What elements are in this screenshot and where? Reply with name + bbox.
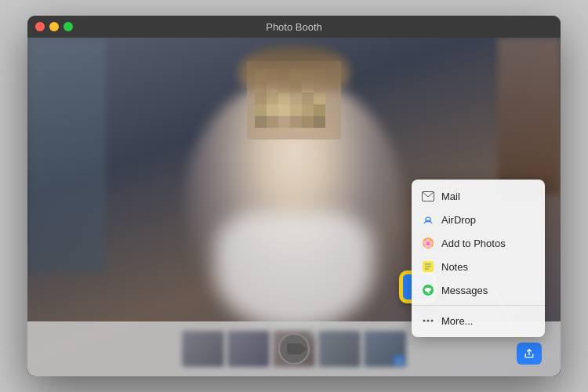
person-shirt	[216, 212, 372, 329]
svg-rect-22	[290, 104, 302, 116]
svg-rect-21	[278, 104, 290, 116]
notes-label: Notes	[441, 261, 468, 273]
share-menu-item-messages[interactable]: Messages	[412, 278, 545, 302]
svg-rect-24	[314, 104, 325, 116]
svg-rect-17	[302, 93, 314, 104]
bg-shelves-decor	[498, 38, 561, 194]
film-thumb-2[interactable]	[227, 331, 270, 367]
share-menu-item-mail[interactable]: Mail	[412, 184, 545, 208]
svg-rect-27	[278, 116, 290, 128]
mail-label: Mail	[441, 191, 460, 202]
svg-rect-15	[278, 93, 290, 104]
menu-divider	[412, 305, 545, 306]
film-thumb-4[interactable]	[318, 331, 361, 367]
photo-booth-window: Photo Booth	[27, 16, 561, 376]
svg-point-43	[427, 320, 430, 322]
more-icon	[421, 314, 435, 328]
record-button[interactable]	[278, 333, 310, 365]
share-menu-item-airdrop[interactable]: AirDrop	[412, 208, 545, 231]
svg-rect-29	[302, 116, 314, 128]
titlebar: Photo Booth	[27, 16, 561, 38]
svg-rect-13	[255, 93, 267, 104]
mail-icon	[421, 189, 435, 203]
video-record-icon	[287, 343, 301, 354]
film-thumb-1[interactable]	[182, 331, 224, 367]
svg-point-42	[423, 320, 426, 322]
svg-rect-18	[314, 93, 325, 104]
share-menu-item-notes[interactable]: Notes	[412, 255, 545, 278]
svg-point-44	[431, 320, 434, 322]
share-button-small[interactable]	[517, 343, 542, 365]
add-to-photos-label: Add to Photos	[441, 238, 506, 249]
thumb-share-badge	[394, 356, 405, 365]
maximize-button[interactable]	[64, 22, 73, 31]
svg-rect-26	[267, 116, 278, 128]
window-title: Photo Booth	[266, 21, 322, 33]
hair-blur	[239, 45, 349, 93]
airdrop-icon	[421, 212, 435, 227]
share-menu-item-more[interactable]: More...	[412, 309, 545, 332]
svg-rect-30	[314, 116, 325, 128]
close-button[interactable]	[35, 22, 45, 31]
airdrop-label: AirDrop	[441, 214, 476, 226]
delete-thumb-button[interactable]: ×	[307, 331, 315, 339]
svg-rect-28	[290, 116, 302, 128]
messages-label: Messages	[441, 285, 488, 296]
film-thumb-last[interactable]	[364, 331, 406, 367]
svg-rect-14	[267, 93, 278, 104]
share-menu: Mail AirDrop 🌸	[412, 180, 545, 337]
svg-rect-25	[255, 116, 267, 128]
svg-rect-19	[255, 104, 267, 116]
notes-icon	[421, 260, 435, 274]
share-icon-small	[524, 348, 535, 359]
share-menu-item-add-photos[interactable]: 🌸 Add to Photos	[412, 231, 545, 255]
minimize-button[interactable]	[49, 22, 59, 31]
more-label: More...	[441, 315, 473, 327]
traffic-lights	[35, 22, 73, 31]
bg-left-decor	[27, 38, 106, 273]
svg-text:🌸: 🌸	[423, 238, 434, 249]
messages-icon	[421, 283, 435, 297]
content-area: ×	[27, 38, 561, 376]
svg-rect-16	[290, 93, 302, 104]
add-to-photos-icon: 🌸	[421, 236, 435, 250]
svg-rect-20	[267, 104, 278, 116]
svg-rect-23	[302, 104, 314, 116]
